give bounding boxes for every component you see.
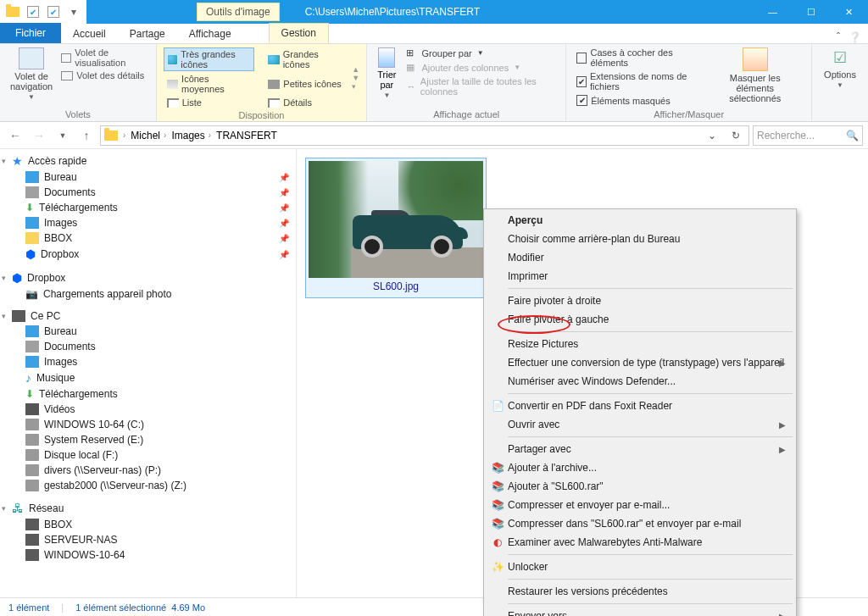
view-extra-large-icons[interactable]: Très grandes icônes	[164, 47, 255, 71]
ctx-send-to[interactable]: Envoyer vers▶	[486, 607, 794, 616]
ctx-share-with[interactable]: Partager avec▶	[486, 440, 794, 458]
tree-network[interactable]: ▾🖧Réseau	[0, 500, 296, 517]
search-box[interactable]: Recherche... 🔍	[753, 125, 863, 146]
tree-net-serveur[interactable]: SERVEUR-NAS	[0, 532, 296, 547]
nav-pane-button[interactable]: Volet de navigation ▼	[7, 47, 56, 108]
ctx-preview[interactable]: Aperçu	[486, 211, 794, 230]
file-extensions-toggle[interactable]: ✔Extensions de noms de fichiers	[576, 71, 705, 92]
ctx-defender[interactable]: Numériser avec Windows Defender...	[486, 372, 794, 391]
hidden-items-toggle[interactable]: ✔Éléments masqués	[576, 95, 705, 106]
tree-drive-c[interactable]: WINDOWS 10-64 (C:)	[0, 417, 296, 432]
crumb-3[interactable]: TRANSFERT	[216, 130, 277, 142]
preview-pane-button[interactable]: Volet de visualisation	[61, 47, 149, 68]
tab-home[interactable]: Accueil	[61, 25, 118, 43]
ctx-set-wallpaper[interactable]: Choisir comme arrière-plan du Bureau	[486, 230, 794, 248]
check-boxes-toggle[interactable]: Cases à cocher des éléments	[576, 47, 705, 68]
ctx-add-rar[interactable]: 📚Ajouter à "SL600.rar"	[486, 477, 794, 496]
tree-pc-documents[interactable]: Documents	[0, 339, 296, 354]
folder-icon[interactable]	[3, 3, 22, 21]
hide-selected-button[interactable]: Masquer les éléments sélectionnés	[705, 47, 804, 108]
ctx-restore-versions[interactable]: Restaurer les versions précédentes	[486, 582, 794, 601]
forward-button[interactable]: →	[29, 125, 49, 146]
tree-drive-f[interactable]: Disque local (F:)	[0, 447, 296, 463]
minimize-button[interactable]: —	[754, 0, 792, 24]
options-button[interactable]: ☑ Options ▼	[819, 47, 861, 108]
tree-dropbox-quick[interactable]: ⬢Dropbox📌	[0, 246, 296, 263]
help-icon[interactable]: ❔	[849, 31, 861, 43]
address-bar[interactable]: › Michel› Images› TRANSFERT ⌄ ↻	[100, 125, 749, 146]
views-expand[interactable]: ▾	[352, 82, 359, 91]
tree-dropbox[interactable]: ▾⬢Dropbox	[0, 269, 296, 286]
ctx-compress-rar-email[interactable]: 📚Compresser dans "SL600.rar" et envoyer …	[486, 514, 794, 533]
rar-icon: 📚	[491, 498, 504, 512]
collapse-ribbon-icon[interactable]: ˆ	[837, 31, 840, 43]
tree-drive-p[interactable]: divers (\\Serveur-nas) (P:)	[0, 463, 296, 478]
ctx-malwarebytes[interactable]: ◐Examiner avec Malwarebytes Anti-Malware	[486, 533, 794, 552]
context-menu: Aperçu Choisir comme arrière-plan du Bur…	[483, 208, 797, 616]
view-details[interactable]: Détails	[264, 97, 348, 108]
ribbon-tabs: Fichier Accueil Partage Affichage Gestio…	[0, 24, 868, 44]
tree-this-pc[interactable]: ▾Ce PC	[0, 308, 296, 324]
tree-images[interactable]: Images📌	[0, 215, 296, 230]
qat-dropdown[interactable]: ▾	[64, 3, 83, 21]
ribbon-group-current-view: Affichage actuel	[374, 108, 559, 119]
resize-columns-button[interactable]: ↔Ajuster la taille de toutes les colonne…	[406, 76, 559, 97]
tree-net-win[interactable]: WINDOWS-10-64	[0, 547, 296, 563]
tab-file[interactable]: Fichier	[0, 23, 61, 43]
ctx-resize-pictures[interactable]: Resize Pictures	[486, 335, 794, 353]
views-scroll-up[interactable]: ▲	[352, 65, 359, 74]
tree-desktop[interactable]: Bureau📌	[0, 169, 296, 185]
view-large-icons[interactable]: Grandes icônes	[264, 47, 348, 71]
title-bar: ✔ ✔ ▾ Outils d'image C:\Users\Michel\Pic…	[0, 0, 868, 24]
ctx-compress-email[interactable]: 📚Compresser et envoyer par e-mail...	[486, 496, 794, 514]
ctx-open-with[interactable]: Ouvrir avec▶	[486, 415, 794, 434]
tree-drive-z[interactable]: gestab2000 (\\Serveur-nas) (Z:)	[0, 478, 296, 493]
tree-pc-music[interactable]: ♪Musique	[0, 369, 296, 386]
tab-view[interactable]: Affichage	[177, 25, 243, 43]
tree-pc-desktop[interactable]: Bureau	[0, 324, 296, 339]
tree-downloads[interactable]: ⬇Téléchargements📌	[0, 200, 296, 215]
tab-manage[interactable]: Gestion	[269, 23, 329, 43]
crumb-2[interactable]: Images›	[171, 130, 211, 142]
tab-share[interactable]: Partage	[118, 25, 177, 43]
ribbon-group-layout: Disposition	[164, 108, 360, 120]
views-scroll-down[interactable]: ▼	[352, 74, 359, 82]
ctx-unlocker[interactable]: ✨Unlocker	[486, 558, 794, 576]
qat-checkbox-1[interactable]: ✔	[24, 3, 42, 21]
tree-drive-e[interactable]: System Reserved (E:)	[0, 432, 296, 447]
view-small-icons[interactable]: Petites icônes	[264, 73, 348, 95]
view-medium-icons[interactable]: Icônes moyennes	[164, 73, 255, 95]
view-list[interactable]: Liste	[164, 97, 255, 108]
add-columns-button[interactable]: ▦Ajouter des colonnes▼	[406, 62, 559, 73]
tree-net-bbox[interactable]: BBOX	[0, 517, 296, 532]
ctx-edit[interactable]: Modifier	[486, 248, 794, 267]
ctx-pdf[interactable]: 📄Convertir en PDF dans Foxit Reader	[486, 397, 794, 415]
sort-by-button[interactable]: Trier par ▼	[374, 47, 399, 108]
navigation-tree[interactable]: ▾★Accès rapide Bureau📌 Documents📌 ⬇Téléc…	[0, 149, 297, 597]
tree-pc-images[interactable]: Images	[0, 354, 296, 369]
quick-access[interactable]: ▾★Accès rapide	[0, 153, 296, 169]
crumb-1[interactable]: Michel›	[131, 130, 166, 142]
refresh-button[interactable]: ↻	[726, 130, 745, 142]
ctx-convert-type[interactable]: Effectuer une conversion de type (transt…	[486, 353, 794, 372]
recent-dropdown[interactable]: ▼	[53, 125, 73, 146]
ctx-rotate-left[interactable]: Faire pivoter à gauche	[486, 310, 794, 329]
maximize-button[interactable]: ☐	[792, 0, 830, 24]
qat-checkbox-2[interactable]: ✔	[44, 3, 63, 21]
details-pane-button[interactable]: Volet des détails	[61, 70, 149, 80]
tree-camera-uploads[interactable]: 📷Chargements appareil photo	[0, 286, 296, 302]
tree-pc-downloads[interactable]: ⬇Téléchargements	[0, 386, 296, 402]
ctx-rotate-right[interactable]: Faire pivoter à droite	[486, 291, 794, 310]
back-button[interactable]: ←	[5, 125, 25, 146]
tree-pc-videos[interactable]: Vidéos	[0, 402, 296, 417]
ctx-add-archive[interactable]: 📚Ajouter à l'archive...	[486, 458, 794, 477]
close-button[interactable]: ✕	[830, 0, 868, 24]
ctx-print[interactable]: Imprimer	[486, 267, 794, 286]
group-by-button[interactable]: ⊞Grouper par▼	[406, 47, 559, 58]
navigation-bar: ← → ▼ ↑ › Michel› Images› TRANSFERT ⌄ ↻ …	[0, 122, 868, 149]
tree-documents[interactable]: Documents📌	[0, 185, 296, 200]
address-dropdown[interactable]: ⌄	[703, 130, 721, 142]
up-button[interactable]: ↑	[76, 125, 97, 146]
tree-bbox[interactable]: BBOX📌	[0, 230, 296, 246]
file-thumbnail[interactable]: SL600.jpg	[305, 158, 487, 298]
